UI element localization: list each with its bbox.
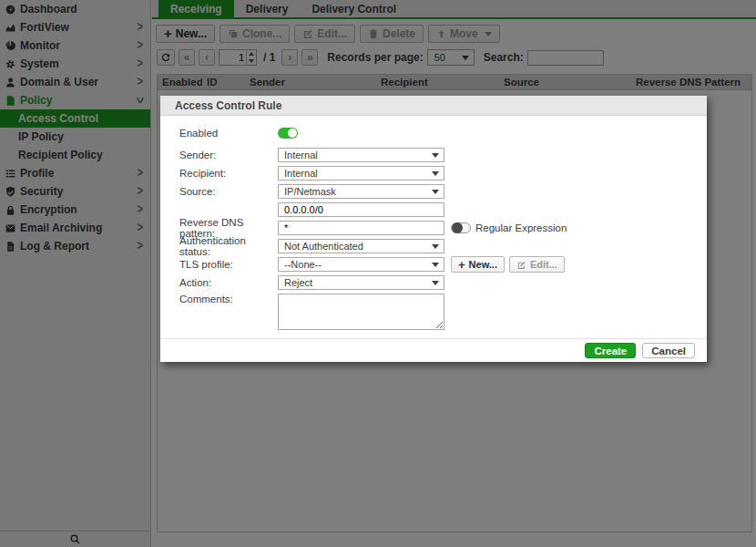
access-control-rule-dialog: Access Control Rule Enabled Sender: Inte… <box>160 96 707 362</box>
sender-row: Sender: Internal <box>179 148 707 162</box>
recipient-select[interactable]: Internal <box>278 166 444 181</box>
cancel-button[interactable]: Cancel <box>642 343 695 358</box>
comments-row: Comments: <box>179 294 707 330</box>
edit-icon <box>516 260 526 270</box>
recipient-label: Recipient: <box>179 168 278 179</box>
source-label: Source: <box>179 186 278 197</box>
plus-icon: + <box>458 258 465 272</box>
comments-textarea[interactable] <box>278 294 444 330</box>
enabled-toggle[interactable] <box>278 128 298 139</box>
reverse-dns-row: Reverse DNS pattern: Regular Expression <box>179 221 707 235</box>
tls-profile-label: TLS profile: <box>179 259 278 270</box>
enabled-label: Enabled <box>179 128 278 139</box>
dialog-body: Enabled Sender: Internal Recipient: Inte… <box>160 116 707 330</box>
action-row: Action: Reject <box>179 275 707 290</box>
comments-label: Comments: <box>179 294 278 304</box>
toggle-knob <box>452 222 463 233</box>
tls-new-button[interactable]: + New... <box>451 256 505 273</box>
auth-status-label: Authentication status: <box>179 235 278 257</box>
dialog-title: Access Control Rule <box>160 96 707 116</box>
sender-label: Sender: <box>179 150 278 160</box>
regex-label: Regular Expression <box>475 222 567 233</box>
toggle-knob <box>288 129 297 138</box>
tls-profile-row: TLS profile: --None-- + New... Edit... <box>179 257 707 272</box>
tls-edit-button[interactable]: Edit... <box>509 256 565 273</box>
enabled-row: Enabled <box>179 126 707 139</box>
source-address-row <box>179 202 707 217</box>
source-type-select[interactable]: IP/Netmask <box>278 184 444 199</box>
source-address-input[interactable] <box>278 202 444 217</box>
auth-status-row: Authentication status: Not Authenticated <box>179 239 707 253</box>
action-select[interactable]: Reject <box>278 275 444 290</box>
action-label: Action: <box>179 277 278 288</box>
recipient-row: Recipient: Internal <box>179 166 707 181</box>
create-button[interactable]: Create <box>585 343 636 358</box>
tls-profile-select[interactable]: --None-- <box>278 257 444 272</box>
sender-select[interactable]: Internal <box>278 148 444 162</box>
source-row: Source: IP/Netmask <box>179 184 707 199</box>
dialog-footer: Create Cancel <box>160 338 707 362</box>
regex-toggle[interactable] <box>451 222 471 233</box>
reverse-dns-input[interactable] <box>278 221 444 235</box>
auth-status-select[interactable]: Not Authenticated <box>278 239 444 253</box>
